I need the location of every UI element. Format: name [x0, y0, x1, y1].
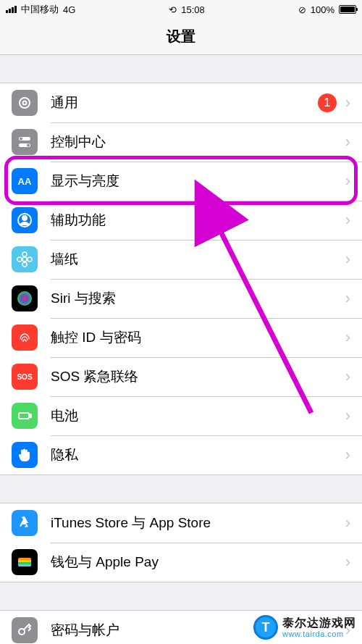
hand-icon: [12, 442, 38, 468]
chevron-right-icon: ›: [345, 172, 350, 191]
settings-row-battery[interactable]: 电池›: [0, 396, 362, 435]
chevron-right-icon: ›: [345, 328, 350, 347]
row-label: 触控 ID 与密码: [51, 328, 345, 347]
settings-row-siri[interactable]: Siri 与搜索›: [0, 279, 362, 318]
row-label: 显示与亮度: [51, 172, 345, 191]
chevron-right-icon: ›: [345, 133, 350, 151]
row-label: 钱包与 Apple Pay: [51, 553, 345, 572]
nav-bar: 设置: [0, 19, 362, 55]
settings-row-general[interactable]: 通用1›: [0, 83, 362, 122]
svg-point-0: [20, 98, 30, 108]
svg-point-11: [22, 262, 27, 267]
chevron-right-icon: ›: [345, 553, 350, 572]
key-icon: [12, 617, 38, 643]
svg-point-1: [23, 101, 27, 105]
settings-row-access[interactable]: 辅助功能›: [0, 201, 362, 240]
network-label: 4G: [63, 4, 75, 15]
svg-text:AA: AA: [18, 176, 32, 187]
appstore-icon: [12, 510, 38, 536]
svg-point-4: [20, 138, 22, 141]
row-label: iTunes Store 与 App Store: [51, 514, 345, 532]
siri-icon: [12, 285, 38, 311]
settings-row-sos[interactable]: SOSSOS 紧急联络›: [0, 357, 362, 396]
row-label: Siri 与搜索: [51, 289, 345, 308]
clock: 15:08: [181, 4, 205, 15]
chevron-right-icon: ›: [345, 367, 350, 386]
wallet-icon: [12, 549, 38, 575]
aa-icon: AA: [12, 168, 38, 194]
chevron-right-icon: ›: [345, 93, 350, 112]
battery-icon: [12, 403, 38, 429]
settings-row-display[interactable]: AA显示与亮度›: [0, 162, 362, 201]
svg-point-12: [17, 257, 22, 262]
row-label: 通用: [51, 93, 318, 112]
settings-row-wallet[interactable]: 钱包与 Apple Pay›: [0, 543, 362, 582]
svg-point-5: [27, 144, 30, 147]
sos-icon: SOS: [12, 364, 38, 390]
svg-point-9: [22, 257, 27, 262]
row-label: SOS 紧急联络: [51, 367, 345, 386]
svg-point-14: [17, 291, 32, 306]
watermark: T 泰尔达游戏网 www.tairda.com: [253, 615, 356, 640]
row-label: 墙纸: [51, 250, 345, 269]
chevron-right-icon: ›: [345, 289, 350, 308]
chevron-right-icon: ›: [345, 406, 350, 425]
battery-icon: [339, 5, 356, 14]
settings-group: iTunes Store 与 App Store›钱包与 Apple Pay›: [0, 503, 362, 582]
battery-pct: 100%: [311, 4, 334, 15]
settings-group: 通用1›控制中心›AA显示与亮度›辅助功能›墙纸›Siri 与搜索›触控 ID …: [0, 83, 362, 475]
notification-badge: 1: [318, 93, 337, 112]
svg-point-10: [22, 252, 27, 256]
carrier-label: 中国移动: [21, 3, 59, 16]
svg-point-23: [19, 629, 25, 635]
svg-rect-17: [30, 414, 31, 417]
person-icon: [12, 207, 38, 233]
row-label: 隐私: [51, 446, 345, 464]
watermark-url: www.tairda.com: [282, 630, 356, 638]
toggles-icon: [12, 129, 38, 155]
settings-row-privacy[interactable]: 隐私›: [0, 435, 362, 474]
page-title: 设置: [167, 27, 195, 46]
settings-row-itunes[interactable]: iTunes Store 与 App Store›: [0, 503, 362, 543]
svg-point-8: [22, 216, 27, 220]
svg-text:SOS: SOS: [17, 373, 32, 381]
watermark-title: 泰尔达游戏网: [282, 616, 356, 630]
gear-icon: [12, 90, 38, 116]
row-label: 辅助功能: [51, 211, 345, 230]
settings-row-control[interactable]: 控制中心›: [0, 122, 362, 162]
svg-rect-16: [19, 413, 29, 419]
chevron-right-icon: ›: [345, 446, 350, 464]
chevron-right-icon: ›: [345, 250, 350, 269]
hotspot-icon: ⟲: [169, 4, 177, 15]
svg-rect-22: [18, 564, 31, 566]
finger-icon: [12, 325, 38, 351]
svg-point-13: [28, 257, 32, 262]
chevron-right-icon: ›: [345, 211, 350, 230]
watermark-logo-icon: T: [253, 615, 278, 640]
chevron-right-icon: ›: [345, 514, 350, 532]
settings-row-wall[interactable]: 墙纸›: [0, 240, 362, 279]
settings-row-touchid[interactable]: 触控 ID 与密码›: [0, 318, 362, 357]
row-label: 电池: [51, 406, 345, 425]
signal-icon: [6, 6, 17, 13]
status-bar: 中国移动 4G ⟲ 15:08 ⊘ 100%: [0, 0, 362, 19]
flower-icon: [12, 246, 38, 272]
row-label: 控制中心: [51, 133, 345, 151]
orientation-lock-icon: ⊘: [298, 4, 306, 15]
